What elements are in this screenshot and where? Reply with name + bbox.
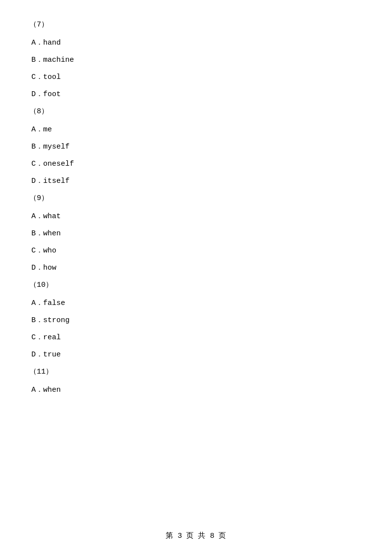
page-content: （7）A．handB．machineC．toolD．foot（8）A．meB．m… bbox=[0, 0, 392, 431]
option-q9-2: C．who bbox=[29, 246, 363, 255]
option-q8-0: A．me bbox=[29, 125, 363, 134]
question-q11: （11）A．when bbox=[29, 367, 363, 394]
question-number-q11: （11） bbox=[29, 367, 363, 376]
option-q7-3: D．foot bbox=[29, 89, 363, 99]
question-number-q10: （10） bbox=[29, 280, 363, 289]
question-q8: （8）A．meB．myselfC．oneselfD．itself bbox=[29, 106, 363, 185]
question-q7: （7）A．handB．machineC．toolD．foot bbox=[29, 20, 363, 99]
option-q10-0: A．false bbox=[29, 298, 363, 307]
option-q9-3: D．how bbox=[29, 263, 363, 272]
option-q8-3: D．itself bbox=[29, 176, 363, 185]
option-q7-0: A．hand bbox=[29, 38, 363, 47]
question-q10: （10）A．falseB．strongC．realD．true bbox=[29, 280, 363, 359]
option-q8-2: C．oneself bbox=[29, 159, 363, 168]
page-footer: 第 3 页 共 8 页 bbox=[0, 531, 392, 540]
option-q7-1: B．machine bbox=[29, 55, 363, 64]
option-q9-1: B．when bbox=[29, 228, 363, 238]
option-q10-1: B．strong bbox=[29, 315, 363, 325]
option-q9-0: A．what bbox=[29, 211, 363, 221]
option-q10-2: C．real bbox=[29, 332, 363, 342]
option-q8-1: B．myself bbox=[29, 142, 363, 151]
option-q11-0: A．when bbox=[29, 385, 363, 394]
question-number-q7: （7） bbox=[29, 20, 363, 29]
question-number-q9: （9） bbox=[29, 193, 363, 202]
question-number-q8: （8） bbox=[29, 106, 363, 116]
option-q10-3: D．true bbox=[29, 350, 363, 359]
option-q7-2: C．tool bbox=[29, 72, 363, 81]
question-q9: （9）A．whatB．whenC．whoD．how bbox=[29, 193, 363, 272]
footer-text: 第 3 页 共 8 页 bbox=[166, 532, 226, 540]
